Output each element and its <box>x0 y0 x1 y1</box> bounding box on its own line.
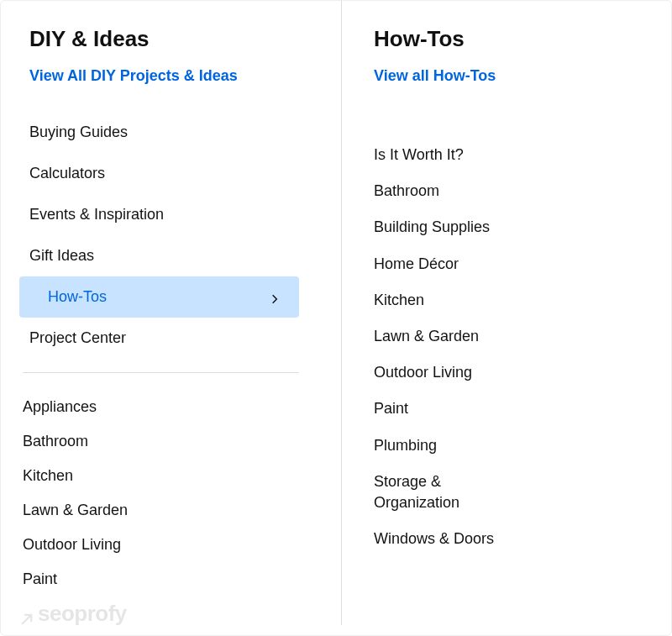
primary-menu-item[interactable]: Events & Inspiration <box>1 194 299 235</box>
howtos-menu-item[interactable]: Is It Worth It? <box>374 137 525 173</box>
howtos-menu-item[interactable]: Bathroom <box>374 173 525 209</box>
menu-item-label: Outdoor Living <box>23 536 121 554</box>
arrow-up-right-icon <box>19 607 34 622</box>
primary-menu-list: Buying GuidesCalculatorsEvents & Inspira… <box>1 112 341 359</box>
menu-item-label: Events & Inspiration <box>29 206 164 223</box>
howtos-menu-item[interactable]: Home Décor <box>374 246 525 282</box>
menu-item-label: Plumbing <box>374 435 437 456</box>
mega-menu-container: DIY & Ideas View All DIY Projects & Idea… <box>0 0 672 636</box>
menu-item-label: Windows & Doors <box>374 528 494 549</box>
menu-item-label: Bathroom <box>374 181 439 202</box>
menu-item-label: Storage & Organization <box>374 471 525 513</box>
howtos-menu-item[interactable]: Outdoor Living <box>374 355 525 391</box>
howtos-menu-item[interactable]: Windows & Doors <box>374 521 525 557</box>
chevron-right-icon <box>269 292 281 303</box>
watermark-text: seoprofy <box>38 601 127 627</box>
secondary-menu-item[interactable]: Bathroom <box>23 424 341 459</box>
menu-item-label: Outdoor Living <box>374 362 472 383</box>
section-divider <box>23 372 299 373</box>
menu-item-label: Bathroom <box>23 433 88 450</box>
primary-menu-item[interactable]: How-Tos <box>19 276 299 318</box>
view-all-howtos-link[interactable]: View all How-Tos <box>374 67 496 85</box>
menu-item-label: Kitchen <box>23 467 73 485</box>
primary-menu-item[interactable]: Calculators <box>1 153 299 194</box>
howtos-menu-item[interactable]: Building Supplies <box>374 209 525 245</box>
view-all-diy-link[interactable]: View All DIY Projects & Ideas <box>1 67 238 85</box>
menu-item-label: Kitchen <box>374 290 424 311</box>
menu-item-label: Project Center <box>29 329 126 347</box>
right-panel: How-Tos View all How-Tos Is It Worth It?… <box>341 1 671 625</box>
howtos-menu-item[interactable]: Plumbing <box>374 428 525 464</box>
howtos-menu-item[interactable]: Kitchen <box>374 282 525 318</box>
menu-item-label: Paint <box>374 398 408 419</box>
secondary-menu-list: AppliancesBathroomKitchenLawn & GardenOu… <box>1 390 341 597</box>
menu-item-label: Lawn & Garden <box>23 502 128 519</box>
howtos-menu-item[interactable]: Lawn & Garden <box>374 318 525 355</box>
menu-item-label: Appliances <box>23 398 97 416</box>
left-panel: DIY & Ideas View All DIY Projects & Idea… <box>1 1 341 635</box>
primary-menu-item[interactable]: Gift Ideas <box>1 235 299 276</box>
secondary-menu-item[interactable]: Appliances <box>23 390 341 424</box>
menu-item-label: Is It Worth It? <box>374 145 464 166</box>
right-panel-title: How-Tos <box>374 26 646 52</box>
menu-item-label: Lawn & Garden <box>374 326 479 347</box>
menu-item-label: Gift Ideas <box>29 247 94 265</box>
watermark: seoprofy <box>19 601 127 627</box>
howtos-menu-item[interactable]: Storage & Organization <box>374 464 525 521</box>
menu-item-label: Buying Guides <box>29 124 128 141</box>
left-panel-title: DIY & Ideas <box>1 26 341 52</box>
secondary-menu-item[interactable]: Paint <box>23 562 341 597</box>
secondary-menu-item[interactable]: Outdoor Living <box>23 528 341 562</box>
secondary-menu-item[interactable]: Kitchen <box>23 459 341 493</box>
menu-item-label: Paint <box>23 570 57 588</box>
secondary-menu-item[interactable]: Lawn & Garden <box>23 493 341 528</box>
primary-menu-item[interactable]: Project Center <box>1 318 299 359</box>
menu-item-label: Calculators <box>29 165 105 182</box>
howtos-menu-item[interactable]: Paint <box>374 391 525 427</box>
primary-menu-item[interactable]: Buying Guides <box>1 112 299 153</box>
howtos-list: Is It Worth It?BathroomBuilding Supplies… <box>374 137 646 557</box>
menu-item-label: Home Décor <box>374 254 459 275</box>
menu-item-label: How-Tos <box>48 288 107 306</box>
menu-item-label: Building Supplies <box>374 217 490 238</box>
